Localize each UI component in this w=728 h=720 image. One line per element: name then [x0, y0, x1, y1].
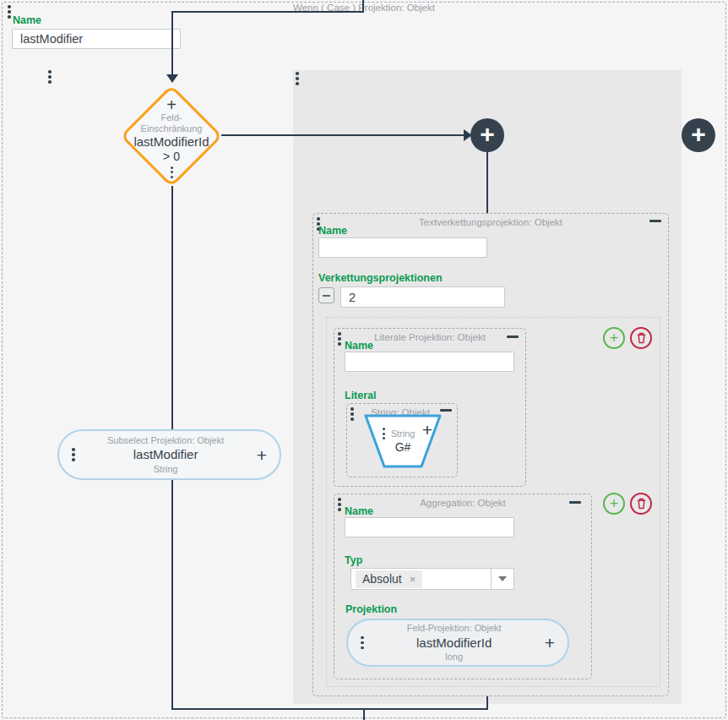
restriction-kind-line2: Einschränkung	[112, 123, 231, 134]
add-projection-button[interactable]: +	[470, 118, 504, 152]
field-projection-body: Feld-Projektion: Objekt lastModifierId l…	[364, 622, 545, 663]
minus-icon	[323, 295, 330, 297]
plus-icon: +	[691, 122, 706, 147]
field-projection-node[interactable]: Feld-Projektion: Objekt lastModifierId l…	[346, 619, 569, 667]
case-node-title: Wenn ( Case ) Projektion: Objekt	[0, 3, 728, 13]
connector-line	[221, 134, 465, 136]
plus-icon: +	[480, 122, 495, 147]
connector-line	[486, 150, 488, 214]
add-item-button[interactable]: +	[603, 327, 625, 349]
kebab-menu-icon[interactable]	[338, 332, 341, 346]
name-label: Name	[345, 505, 373, 517]
field-projection-name: lastModifierId	[364, 635, 545, 652]
aggregation-name-input[interactable]	[345, 517, 514, 537]
aggregation-panel: Aggregation: Objekt Name Typ Absolut × P…	[334, 494, 592, 679]
case-name-input[interactable]	[12, 29, 181, 49]
restriction-field: lastModifierId	[112, 134, 231, 149]
plus-icon: +	[610, 495, 619, 513]
collapse-icon[interactable]	[440, 409, 452, 412]
projections-label: Verkettungsprojektionen	[318, 272, 443, 284]
name-label: Name	[318, 225, 347, 237]
connector-line	[171, 11, 173, 75]
connector-line	[171, 11, 364, 13]
plus-icon: +	[610, 330, 619, 347]
decrement-button[interactable]	[318, 287, 334, 303]
connector-line	[171, 708, 488, 710]
restriction-kind-line1: Feld-	[112, 112, 231, 123]
field-projection-title: Feld-Projektion: Objekt	[364, 622, 545, 634]
delete-item-button[interactable]	[630, 327, 652, 349]
field-projection-type: long	[364, 651, 545, 663]
kebab-menu-icon[interactable]	[171, 166, 173, 178]
literal-panel-title: Literale Projektion: Objekt	[355, 332, 505, 342]
collapse-icon[interactable]	[649, 220, 661, 222]
string-object-panel: String: Objekt + String G#	[346, 403, 458, 477]
chip-remove-icon[interactable]: ×	[410, 573, 416, 586]
connector-line	[363, 708, 365, 720]
type-chip: Absolut ×	[356, 570, 422, 588]
arrowhead-icon	[166, 74, 178, 83]
restriction-condition: > 0	[112, 150, 231, 163]
plus-icon[interactable]: +	[257, 446, 267, 464]
add-branch-button[interactable]: +	[682, 118, 715, 152]
aggregation-type-select[interactable]: Absolut ×	[350, 568, 514, 590]
field-restriction-content: + Feld- Einschränkung lastModifierId > 0	[112, 97, 231, 178]
string-node-value: G#	[361, 440, 445, 455]
dropdown-toggle[interactable]	[491, 569, 513, 589]
add-item-button[interactable]: +	[603, 493, 625, 515]
string-node-type: String	[361, 428, 445, 440]
concat-projection-panel: Textverkettungsprojektion: Objekt Name V…	[312, 213, 669, 696]
kebab-menu-icon[interactable]	[350, 407, 354, 421]
concat-panel-title: Textverkettungsprojektion: Objekt	[334, 217, 648, 227]
kebab-menu-icon[interactable]	[8, 5, 11, 19]
kebab-menu-icon[interactable]	[383, 428, 385, 439]
collapse-icon[interactable]	[569, 501, 581, 504]
trash-icon	[636, 498, 647, 510]
chevron-down-icon	[498, 576, 507, 581]
connector-line	[486, 696, 488, 709]
plus-icon[interactable]: +	[422, 421, 432, 439]
string-node-content: + String G#	[361, 414, 445, 470]
concat-name-input[interactable]	[318, 237, 487, 258]
subselect-node-title: Subselect Projektion: Objekt	[75, 434, 257, 446]
aggregation-panel-title: Aggregation: Objekt	[355, 498, 571, 508]
delete-item-button[interactable]	[630, 493, 652, 515]
plus-icon[interactable]: +	[545, 634, 555, 652]
type-chip-label: Absolut	[362, 572, 402, 586]
type-label: Typ	[345, 554, 362, 566]
subselect-node-body: Subselect Projektion: Objekt lastModifie…	[75, 434, 257, 475]
kebab-menu-icon[interactable]	[48, 70, 52, 84]
literal-label: Literal	[345, 390, 377, 401]
literal-name-input[interactable]	[345, 352, 514, 372]
plus-icon[interactable]: +	[112, 97, 231, 112]
collapse-icon[interactable]	[507, 335, 519, 338]
kebab-menu-icon[interactable]	[338, 498, 341, 511]
projection-label: Projektion	[345, 603, 397, 615]
name-label: Name	[13, 14, 41, 26]
subselect-projection-node[interactable]: Subselect Projektion: Objekt lastModifie…	[57, 429, 281, 480]
subselect-node-type: String	[75, 463, 257, 475]
literal-projection-panel: Literale Projektion: Objekt Name Literal…	[334, 328, 526, 487]
projections-count-input[interactable]	[340, 286, 505, 308]
name-label: Name	[345, 340, 373, 352]
subselect-node-name: lastModifier	[75, 446, 257, 463]
trash-icon	[636, 332, 647, 344]
